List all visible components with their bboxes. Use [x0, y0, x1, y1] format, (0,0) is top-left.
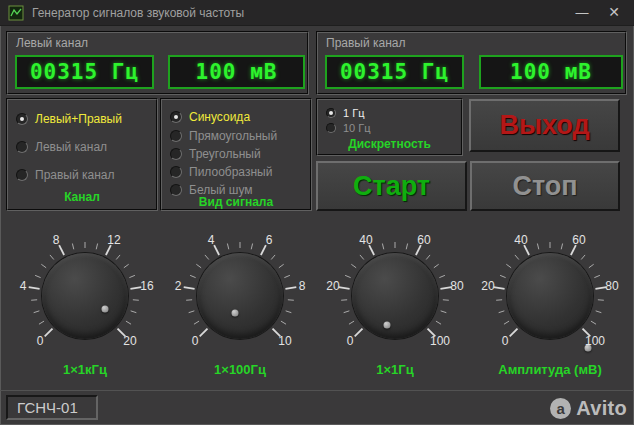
avito-watermark-text: Avito	[576, 397, 627, 420]
radio-signal-square[interactable]: Прямоугольный	[170, 127, 277, 144]
device-model-label: ГСНЧ-01	[6, 395, 98, 420]
scale-label: 4	[20, 279, 27, 293]
scale-label: 0	[192, 334, 199, 348]
knob-caption: 1×100Гц	[155, 362, 325, 377]
exit-button[interactable]: Выход	[469, 99, 620, 152]
channel-group-caption: Канал	[8, 190, 156, 204]
radio-channel-right[interactable]: Правый канал	[16, 166, 115, 183]
scale-label: 60	[417, 233, 430, 247]
knob-frequency-khz[interactable]	[42, 253, 128, 339]
scale-label: 60	[572, 233, 585, 247]
radio-label: Левый канал	[35, 140, 107, 154]
scale-label: 80	[605, 279, 618, 293]
scale-label: 0	[37, 334, 44, 348]
radio-icon	[16, 141, 28, 153]
scale-label: 20	[123, 334, 136, 348]
scale-label: 12	[107, 233, 120, 247]
minimize-button[interactable]: —	[566, 0, 598, 26]
scale-label: 2	[175, 279, 182, 293]
radio-icon	[326, 123, 336, 133]
knob-amplitude[interactable]	[507, 253, 593, 339]
knob-frequency-100hz[interactable]	[197, 253, 283, 339]
radio-icon	[16, 169, 28, 181]
radio-label: Пилообразный	[189, 165, 272, 179]
left-channel-caption: Левый канал	[16, 36, 88, 50]
left-channel-group: Левый канал 00315 Гц 100 мВ	[6, 31, 309, 95]
radio-label: Прямоугольный	[189, 129, 277, 143]
discreteness-group: 1 Гц 10 Гц Дискретность	[316, 98, 463, 156]
radio-icon	[170, 166, 182, 178]
scale-label: 4	[208, 233, 215, 247]
statusbar: ГСНЧ-01 a Avito	[0, 390, 634, 425]
radio-icon	[170, 111, 182, 123]
start-button[interactable]: Старт	[316, 161, 467, 211]
scale-label: 40	[514, 233, 527, 247]
radio-icon	[170, 130, 182, 142]
radio-label: Треугольный	[189, 147, 261, 161]
scale-label: 16	[140, 279, 153, 293]
close-button[interactable]: ✕	[598, 0, 630, 26]
right-channel-caption: Правый канал	[326, 36, 406, 50]
radio-signal-sine[interactable]: Синусоида	[170, 108, 250, 125]
radio-icon	[16, 113, 28, 125]
knob-caption: 1×1кГц	[0, 362, 170, 377]
knob-frequency-1hz-unit: 0 20 40 60 80 100 1×1Гц	[320, 226, 470, 386]
scale-label: 100	[585, 334, 605, 348]
signal-type-group: Синусоида Прямоугольный Треугольный Пило…	[160, 98, 312, 211]
scale-label: 6	[266, 233, 273, 247]
radio-signal-sawtooth[interactable]: Пилообразный	[170, 163, 272, 180]
scale-label: 20	[326, 279, 339, 293]
right-frequency-display: 00315 Гц	[325, 55, 464, 89]
radio-signal-triangle[interactable]: Треугольный	[170, 145, 261, 162]
radio-label: Синусоида	[189, 110, 250, 124]
scale-label: 20	[481, 279, 494, 293]
radio-channel-both[interactable]: Левый+Правый	[16, 110, 122, 127]
radio-step-10hz[interactable]: 10 Гц	[326, 121, 371, 135]
app-icon	[8, 5, 24, 21]
scale-label: 8	[299, 279, 306, 293]
radio-label: Левый+Правый	[35, 112, 122, 126]
avito-logo-icon: a	[550, 398, 571, 419]
scale-label: 0	[502, 334, 509, 348]
app-window: Генератор сигналов звуковой частоты — ✕ …	[0, 0, 634, 425]
knob-frequency-100hz-unit: 0 2 4 6 8 10 1×100Гц	[165, 226, 315, 386]
scale-label: 100	[430, 334, 450, 348]
radio-step-1hz[interactable]: 1 Гц	[326, 106, 364, 120]
right-amplitude-display: 100 мВ	[479, 55, 623, 89]
stop-button[interactable]: Стоп	[470, 161, 620, 211]
knob-caption: Амплитуда (мВ)	[465, 362, 634, 377]
radio-icon	[326, 108, 336, 118]
scale-label: 10	[278, 334, 291, 348]
discreteness-caption: Дискретность	[318, 137, 461, 151]
radio-icon	[170, 184, 182, 196]
window-title: Генератор сигналов звуковой частоты	[32, 0, 244, 26]
knob-caption: 1×1Гц	[310, 362, 480, 377]
knob-pointer-icon	[384, 322, 391, 329]
scale-label: 40	[359, 233, 372, 247]
scale-label: 0	[347, 334, 354, 348]
radio-icon	[170, 148, 182, 160]
knob-pointer-icon	[102, 306, 109, 313]
signal-group-caption: Вид сигнала	[162, 195, 310, 209]
channel-select-group: Левый+Правый Левый канал Правый канал Ка…	[6, 98, 158, 211]
titlebar: Генератор сигналов звуковой частоты — ✕	[0, 0, 634, 26]
radio-label: Правый канал	[35, 168, 115, 182]
knob-frequency-khz-unit: 0 4 8 12 16 20 1×1кГц	[10, 226, 160, 386]
scale-label: 80	[450, 279, 463, 293]
radio-channel-left[interactable]: Левый канал	[16, 138, 107, 155]
left-frequency-display: 00315 Гц	[15, 55, 154, 89]
avito-watermark: a Avito	[550, 397, 627, 420]
right-channel-group: Правый канал 00315 Гц 100 мВ	[316, 31, 627, 95]
scale-label: 8	[53, 233, 60, 247]
knob-amplitude-unit: 0 20 40 60 80 100 Амплитуда (мВ)	[475, 226, 625, 386]
radio-label: 10 Гц	[343, 122, 371, 134]
knob-pointer-icon	[232, 310, 239, 317]
knob-frequency-1hz[interactable]	[352, 253, 438, 339]
left-amplitude-display: 100 мВ	[168, 55, 305, 89]
radio-label: 1 Гц	[343, 107, 364, 119]
